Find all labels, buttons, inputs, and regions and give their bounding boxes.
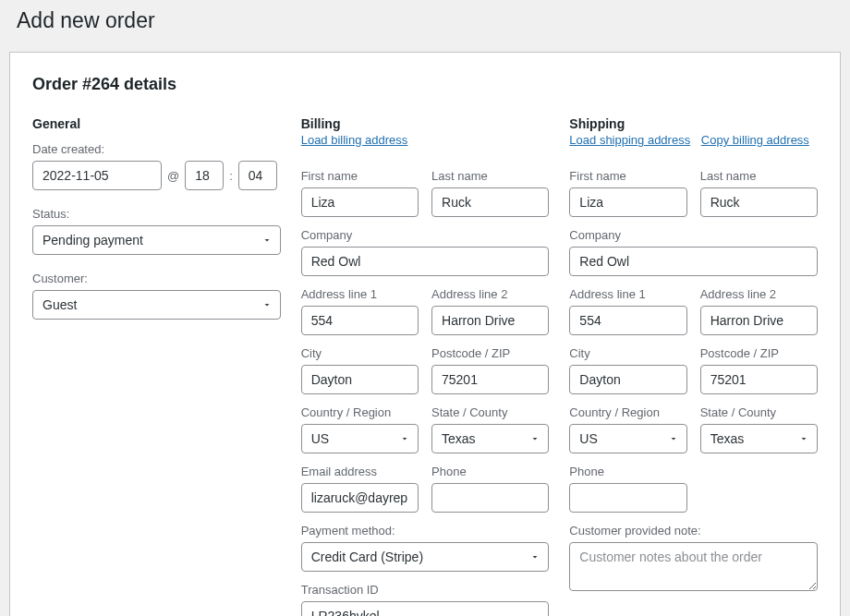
billing-address1-input[interactable] [301, 306, 419, 335]
billing-company-label: Company [301, 228, 550, 242]
billing-city-label: City [301, 346, 419, 360]
shipping-phone-input[interactable] [569, 483, 686, 513]
billing-phone-input[interactable] [431, 483, 549, 513]
hour-input[interactable] [185, 161, 224, 190]
transaction-id-label: Transaction ID [301, 583, 550, 597]
customer-label: Customer: [32, 272, 281, 285]
billing-last-name-label: Last name [431, 169, 549, 183]
shipping-first-name-label: First name [569, 169, 686, 183]
shipping-address1-label: Address line 1 [569, 287, 686, 301]
customer-note-textarea[interactable] [569, 542, 818, 591]
shipping-column: Shipping Load shipping address Copy bill… [569, 116, 818, 616]
payment-method-select[interactable]: Credit Card (Stripe) [301, 542, 550, 572]
shipping-state-label: State / County [700, 405, 818, 419]
minute-input[interactable] [238, 161, 277, 190]
shipping-company-input[interactable] [569, 247, 818, 276]
shipping-country-select[interactable]: US [569, 424, 686, 453]
panel-title: Order #264 details [32, 75, 818, 94]
shipping-city-input[interactable] [569, 365, 686, 394]
load-shipping-address-link[interactable]: Load shipping address [569, 133, 690, 147]
payment-method-label: Payment method: [301, 524, 550, 537]
shipping-heading: Shipping [569, 116, 818, 131]
status-label: Status: [32, 207, 281, 221]
billing-phone-label: Phone [431, 465, 549, 478]
billing-country-select[interactable]: US [301, 424, 419, 453]
billing-state-select[interactable]: Texas [431, 424, 549, 453]
page-title: Add new order [0, 0, 850, 37]
general-column: General Date created: @ : Status: Pendin… [32, 116, 281, 616]
customer-note-label: Customer provided note: [569, 524, 818, 537]
billing-company-input[interactable] [301, 247, 550, 276]
at-separator: @ [167, 169, 179, 183]
billing-postcode-label: Postcode / ZIP [431, 346, 549, 360]
shipping-last-name-label: Last name [700, 169, 818, 183]
colon-separator: : [229, 169, 233, 183]
billing-city-input[interactable] [301, 365, 419, 394]
shipping-country-label: Country / Region [569, 405, 686, 419]
billing-first-name-input[interactable] [301, 187, 419, 217]
order-details-panel: Order #264 details General Date created:… [9, 52, 841, 616]
general-heading: General [32, 116, 281, 131]
shipping-phone-label: Phone [569, 465, 686, 478]
shipping-address2-label: Address line 2 [700, 287, 818, 301]
billing-address2-label: Address line 2 [431, 287, 549, 301]
customer-select[interactable]: Guest [32, 290, 281, 320]
shipping-postcode-label: Postcode / ZIP [700, 346, 818, 360]
date-created-label: Date created: [32, 142, 281, 156]
shipping-state-select[interactable]: Texas [700, 424, 818, 453]
billing-address2-input[interactable] [431, 306, 549, 335]
billing-state-label: State / County [431, 405, 549, 419]
billing-email-input[interactable] [301, 483, 419, 513]
billing-last-name-input[interactable] [431, 187, 549, 217]
billing-column: Billing Load billing address First name … [301, 116, 550, 616]
billing-postcode-input[interactable] [431, 365, 549, 394]
date-created-input[interactable] [32, 161, 162, 190]
shipping-postcode-input[interactable] [700, 365, 818, 394]
billing-country-label: Country / Region [301, 405, 419, 419]
shipping-address2-input[interactable] [700, 306, 818, 335]
shipping-company-label: Company [569, 228, 818, 242]
billing-heading: Billing [301, 116, 550, 131]
billing-address1-label: Address line 1 [301, 287, 419, 301]
billing-first-name-label: First name [301, 169, 419, 183]
shipping-address1-input[interactable] [569, 306, 686, 335]
shipping-last-name-input[interactable] [700, 187, 818, 217]
load-billing-address-link[interactable]: Load billing address [301, 133, 408, 147]
transaction-id-input[interactable] [301, 601, 550, 616]
copy-billing-address-link[interactable]: Copy billing address [701, 133, 809, 147]
shipping-first-name-input[interactable] [569, 187, 686, 217]
status-select[interactable]: Pending payment [32, 225, 281, 255]
shipping-city-label: City [569, 346, 686, 360]
billing-email-label: Email address [301, 465, 419, 478]
